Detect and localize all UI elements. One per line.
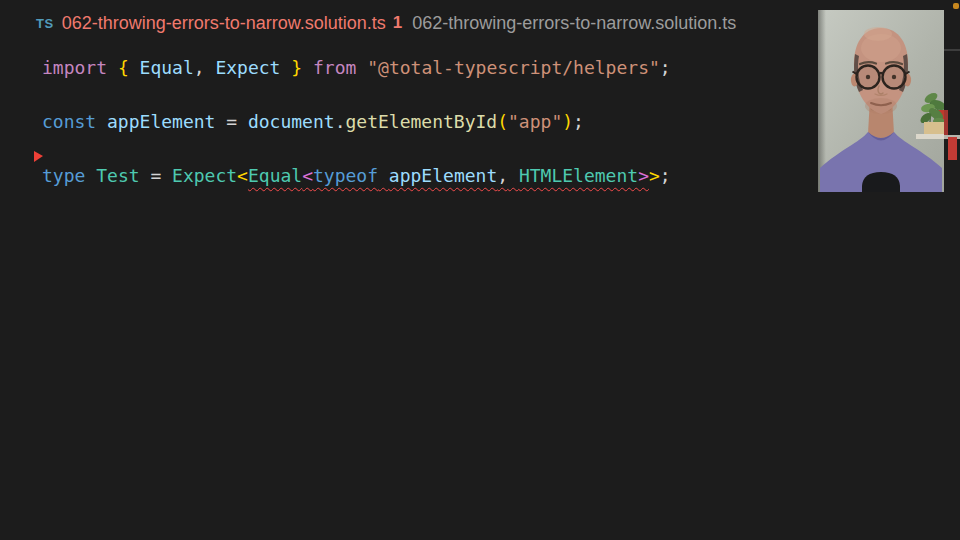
code-token: getElementById [345,111,497,132]
notification-dot [953,3,959,9]
code-token [107,57,118,78]
code-token: typeof [313,165,378,186]
code-token [205,57,216,78]
presenter-illustration [818,10,944,192]
code-token: < [237,165,248,186]
code-token: import [42,57,107,78]
code-token: from [313,57,356,78]
code-token: } [291,57,302,78]
code-token: , [194,57,205,78]
code-token: = [215,111,248,132]
overview-ruler-error-mark [948,137,957,160]
code-token: type [42,165,85,186]
code-token [356,57,367,78]
code-token: ; [573,111,584,132]
window-title: 062-throwing-errors-to-narrow.solution.t… [412,13,736,34]
code-token: "@total-typescript/helpers" [367,57,660,78]
code-token [85,165,96,186]
code-token: Test [96,165,139,186]
code-token: Equal [248,165,302,186]
code-token [302,57,313,78]
shelf [916,134,944,139]
tab-bar: TS 062-throwing-errors-to-narrow.solutio… [36,0,736,46]
presenter-webcam-overlay [818,10,944,192]
code-token: appElement [107,111,215,132]
code-token [129,57,140,78]
code-token: . [335,111,346,132]
code-token: "app" [508,111,562,132]
code-token: = [140,165,173,186]
code-token: HTMLElement [519,165,638,186]
code-token: < [302,165,313,186]
code-token: appElement [389,165,497,186]
code-token: > [638,165,649,186]
code-token: document [248,111,335,132]
typescript-file-icon: TS [36,15,54,31]
code-token [96,111,107,132]
tab-filename[interactable]: 062-throwing-errors-to-narrow.solution.t… [62,13,386,34]
code-token: ) [562,111,573,132]
code-token: ; [660,57,671,78]
code-token: Expect [215,57,280,78]
code-token: { [118,57,129,78]
code-token: , [497,165,508,186]
code-token: ( [497,111,508,132]
error-squiggle-region: Equal<typeof appElement, HTMLElement> [248,165,649,186]
minimap-divider-line [944,49,960,51]
code-token: Expect [172,165,237,186]
code-token: ; [660,165,671,186]
code-token: > [649,165,660,186]
code-token [378,165,389,186]
code-token [508,165,519,186]
code-token [280,57,291,78]
code-token: const [42,111,96,132]
code-token: Equal [140,57,194,78]
error-line-marker-icon [34,151,43,162]
tab-error-count-badge: 1 [393,13,402,33]
